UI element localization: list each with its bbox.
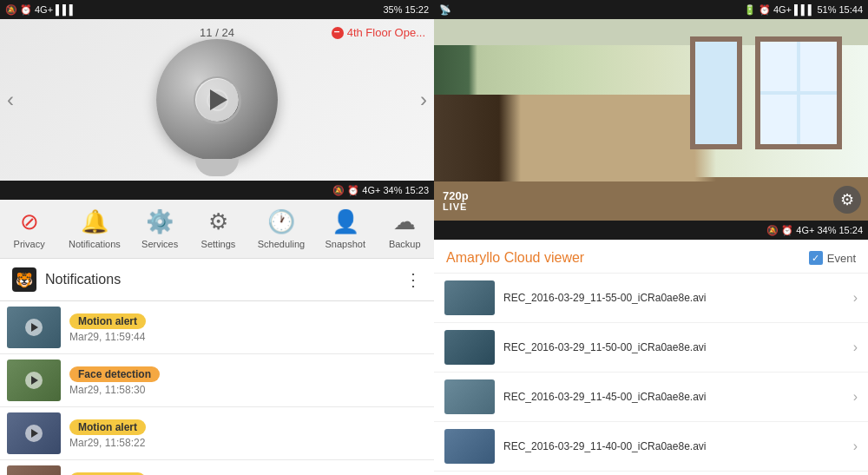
left-status-left: 🔕 ⏰ 4G+ ▌▌▌ <box>5 4 76 16</box>
notification-play-1 <box>25 319 43 336</box>
left-status-right: 35% 15:22 <box>383 4 429 15</box>
left-status-bar-1: 🔕 ⏰ 4G+ ▌▌▌ 35% 15:22 <box>0 0 434 19</box>
notification-thumb-1 <box>7 307 61 348</box>
alarm-icon-right2: ⏰ <box>781 225 793 236</box>
notification-content-3: Motion alert Mar29, 11:58:22 <box>69 419 427 449</box>
notification-play-2 <box>25 372 43 389</box>
notification-time-2: Mar29, 11:58:30 <box>69 384 427 396</box>
network-right2: 4G+ <box>796 225 814 235</box>
services-icon: ⚙️ <box>146 208 174 235</box>
room-floor <box>434 177 868 221</box>
cast-icon: 📡 <box>439 4 451 16</box>
services-button[interactable]: ⚙️ Services <box>134 205 186 253</box>
backup-label: Backup <box>389 239 421 249</box>
notification-content-4: Motion alert Mar29, 11:57:00 <box>69 472 427 476</box>
scheduling-label: Scheduling <box>258 239 305 249</box>
notification-thumb-2 <box>7 360 61 401</box>
notification-badge-4: Motion alert <box>69 472 146 476</box>
mute-icon-2: 🔕 <box>332 185 345 196</box>
app-logo: 🐯 <box>12 267 36 292</box>
snapshot-label: Snapshot <box>325 239 365 249</box>
recording-arrow-2: › <box>853 340 858 355</box>
privacy-button[interactable]: ⊘ Privacy <box>3 205 56 253</box>
notification-item-1[interactable]: Motion alert Mar29, 11:59:44 <box>0 301 434 354</box>
backup-button[interactable]: ☁ Backup <box>378 205 431 253</box>
notification-item-3[interactable]: Motion alert Mar29, 11:58:22 <box>0 407 434 460</box>
battery-right2: 34% <box>817 225 836 235</box>
services-label: Services <box>141 239 178 249</box>
battery-percent-left: 35% <box>383 4 402 15</box>
notifications-menu-button[interactable]: ⋮ <box>404 269 422 290</box>
signal-bars-left: ▌▌▌ <box>56 4 76 15</box>
notification-play-3 <box>25 425 43 442</box>
live-feed: 720p LIVE ⚙ <box>434 19 868 221</box>
time-left-2: 15:23 <box>404 185 429 195</box>
window-pane-4 <box>800 95 837 144</box>
notification-time-1: Mar29, 11:59:44 <box>69 331 427 343</box>
live-feed-scene <box>434 19 868 221</box>
window-pane-3 <box>760 95 797 144</box>
event-label: Event <box>827 252 856 265</box>
live-settings-button[interactable]: ⚙ <box>833 186 861 214</box>
live-badge: 720p LIVE <box>443 190 469 212</box>
cloud-viewer-header: Amaryllo Cloud viewer ✓ Event <box>434 240 868 274</box>
camera-title-text: 4th Floor Ope... <box>347 26 425 39</box>
notification-item-4[interactable]: Motion alert Mar29, 11:57:00 <box>0 460 434 475</box>
checkbox-icon: ✓ <box>809 251 823 265</box>
recording-arrow-4: › <box>853 439 858 454</box>
notification-thumb-3 <box>7 412 61 454</box>
mute-icon: 🔕 <box>5 4 17 16</box>
mute-icon-right2: 🔕 <box>766 225 779 236</box>
live-status-label: LIVE <box>443 201 469 212</box>
battery-right: 🔋 <box>744 4 756 16</box>
camera-device <box>156 39 278 161</box>
play-button[interactable] <box>195 78 239 122</box>
cloud-viewer-title: Amaryllo Cloud viewer <box>446 250 584 266</box>
notification-content-1: Motion alert Mar29, 11:59:44 <box>69 313 427 343</box>
recording-item-5[interactable]: REC_2016-03-29_11-35-01_iCRa0ae8e.avi › <box>434 472 868 475</box>
recording-thumb-2 <box>444 330 495 365</box>
recording-thumb-4 <box>444 429 495 464</box>
snapshot-icon: 👤 <box>332 208 359 235</box>
scheduling-icon: 🕐 <box>267 208 295 235</box>
time-right2: 15:24 <box>838 225 863 235</box>
camera-viewer: 11 / 24 4th Floor Ope... ‹ › <box>0 19 434 181</box>
settings-icon: ⚙ <box>208 208 228 235</box>
resolution-label: 720p <box>443 190 469 201</box>
scheduling-button[interactable]: 🕐 Scheduling <box>251 205 312 253</box>
recording-filename-3: REC_2016-03-29_11-45-00_iCRa0ae8e.avi <box>503 391 845 403</box>
time-left: 15:22 <box>404 4 429 15</box>
notification-thumb-4 <box>7 465 61 475</box>
window-pane-1 <box>760 42 797 91</box>
recording-item-4[interactable]: REC_2016-03-29_11-40-00_iCRa0ae8e.avi › <box>434 422 868 472</box>
notification-time-3: Mar29, 11:58:22 <box>69 437 427 449</box>
prev-camera-button[interactable]: ‹ <box>0 81 21 119</box>
signal-4g-left: 4G+ <box>35 4 53 15</box>
next-camera-button[interactable]: › <box>413 81 434 119</box>
recording-item-1[interactable]: REC_2016-03-29_11-55-00_iCRa0ae8e.avi › <box>434 274 868 323</box>
settings-button[interactable]: ⚙ Settings <box>192 205 244 253</box>
recording-filename-4: REC_2016-03-29_11-40-00_iCRa0ae8e.avi <box>503 440 845 452</box>
network-right: 4G+ <box>773 4 792 15</box>
right-status-bar-2: 🔕 ⏰ 4G+ 34% 15:24 <box>434 221 868 240</box>
backup-icon: ☁ <box>393 208 416 235</box>
event-checkbox[interactable]: ✓ Event <box>809 251 856 265</box>
camera-counter: 11 / 24 <box>200 26 234 39</box>
right-status-left: 📡 <box>439 4 451 16</box>
notification-item-2[interactable]: Face detection Mar29, 11:58:30 <box>0 354 434 407</box>
snapshot-button[interactable]: 👤 Snapshot <box>318 205 372 253</box>
notifications-icon: 🔔 <box>81 208 108 235</box>
camera-base <box>195 159 239 176</box>
alarm-icon: ⏰ <box>20 4 32 16</box>
notifications-button[interactable]: 🔔 Notifications <box>62 205 128 253</box>
network-2: 4G+ <box>362 185 380 195</box>
battery-percent-right: 51% <box>817 4 836 15</box>
window-pane-2 <box>800 42 837 91</box>
recording-arrow-1: › <box>853 290 858 306</box>
right-status-bar-1: 📡 🔋 ⏰ 4G+ ▌▌▌ 51% 15:44 <box>434 0 868 19</box>
recording-item-3[interactable]: REC_2016-03-29_11-45-00_iCRa0ae8e.avi › <box>434 373 868 422</box>
notifications-title: Notifications <box>45 272 396 287</box>
time-right: 15:44 <box>838 4 863 15</box>
notifications-label: Notifications <box>69 239 121 249</box>
recording-item-2[interactable]: REC_2016-03-29_11-50-00_iCRa0ae8e.avi › <box>434 323 868 373</box>
